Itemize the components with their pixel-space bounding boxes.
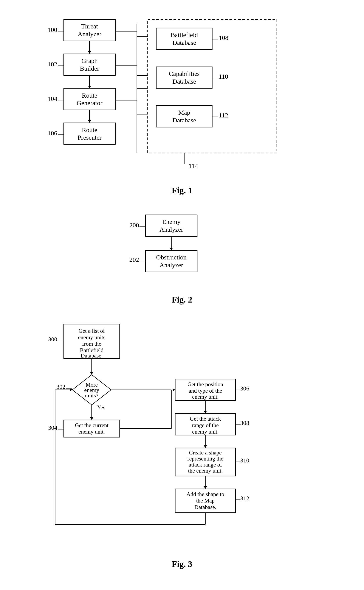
- svg-text:300: 300: [48, 336, 57, 343]
- svg-text:the Map: the Map: [196, 497, 214, 504]
- svg-text:Generator: Generator: [77, 99, 103, 107]
- svg-marker-73: [90, 372, 93, 375]
- svg-marker-115: [204, 486, 207, 489]
- svg-marker-82: [90, 417, 93, 420]
- svg-text:Map: Map: [178, 109, 190, 116]
- svg-text:attack range of: attack range of: [188, 462, 222, 468]
- figure3-svg: Get a list of enemy units from the Battl…: [42, 318, 322, 555]
- svg-marker-58: [170, 248, 173, 250]
- svg-text:enemy unit.: enemy unit.: [192, 394, 219, 400]
- figure1-diagram: Threat Analyzer 100 Graph Builder 102: [32, 13, 333, 181]
- page: Threat Analyzer 100 Graph Builder 102: [0, 0, 364, 590]
- svg-text:Get a list of: Get a list of: [78, 328, 105, 334]
- svg-text:202: 202: [129, 256, 139, 263]
- svg-text:and type of the: and type of the: [188, 388, 222, 394]
- svg-text:Add the shape to: Add the shape to: [186, 491, 224, 497]
- svg-text:Threat: Threat: [81, 23, 98, 30]
- svg-text:Graph: Graph: [81, 57, 98, 64]
- svg-text:range of the: range of the: [192, 422, 219, 428]
- figure2-container: Enemy Analyzer 200 Obstruction Analyzer …: [17, 208, 347, 305]
- svg-text:Database: Database: [172, 39, 196, 46]
- svg-rect-21: [64, 123, 115, 144]
- svg-marker-13: [88, 86, 91, 88]
- svg-text:Enemy: Enemy: [162, 218, 180, 225]
- svg-text:representing the: representing the: [187, 456, 223, 462]
- svg-text:104: 104: [48, 95, 57, 102]
- svg-text:Database: Database: [172, 117, 196, 124]
- svg-text:114: 114: [188, 162, 198, 169]
- figure1-caption: Fig. 1: [172, 185, 192, 195]
- figure3-caption: Fig. 3: [172, 559, 192, 569]
- svg-text:Analyzer: Analyzer: [160, 226, 183, 233]
- svg-text:312: 312: [240, 495, 249, 502]
- svg-text:102: 102: [48, 60, 57, 68]
- svg-text:Get the position: Get the position: [187, 381, 223, 388]
- svg-text:Obstruction: Obstruction: [156, 254, 187, 261]
- svg-text:Database.: Database.: [194, 504, 216, 510]
- svg-text:from the: from the: [82, 341, 101, 347]
- figure3-diagram: Get a list of enemy units from the Battl…: [42, 318, 322, 555]
- svg-text:Get the current: Get the current: [75, 422, 109, 428]
- svg-text:100: 100: [48, 26, 57, 33]
- svg-text:units?: units?: [85, 392, 98, 399]
- svg-text:Route: Route: [82, 92, 97, 99]
- svg-text:Capabilities: Capabilities: [169, 70, 200, 77]
- svg-text:Analyzer: Analyzer: [160, 261, 183, 268]
- svg-text:112: 112: [219, 112, 228, 119]
- svg-text:Get the attack: Get the attack: [190, 416, 221, 422]
- svg-text:308: 308: [240, 420, 249, 426]
- svg-text:Create a shape: Create a shape: [189, 449, 222, 456]
- svg-marker-6: [88, 51, 91, 54]
- svg-rect-14: [64, 88, 115, 110]
- svg-text:Database.: Database.: [81, 353, 103, 359]
- figure3-container: Get a list of enemy units from the Battl…: [17, 318, 347, 569]
- svg-text:108: 108: [219, 34, 228, 41]
- figure2-svg: Enemy Analyzer 200 Obstruction Analyzer …: [107, 208, 257, 290]
- svg-text:106: 106: [48, 129, 57, 137]
- svg-text:Builder: Builder: [80, 65, 99, 72]
- svg-text:Analyzer: Analyzer: [78, 30, 101, 38]
- figure1-container: Threat Analyzer 100 Graph Builder 102: [17, 13, 347, 195]
- svg-text:110: 110: [219, 73, 228, 80]
- svg-text:Yes: Yes: [97, 404, 105, 410]
- svg-text:302: 302: [56, 383, 65, 390]
- svg-text:Battlefield: Battlefield: [170, 31, 198, 38]
- svg-text:Database: Database: [172, 78, 196, 85]
- svg-text:enemy unit.: enemy unit.: [78, 429, 105, 435]
- svg-text:306: 306: [240, 385, 249, 392]
- figure1-svg: Threat Analyzer 100 Graph Builder 102: [32, 13, 333, 181]
- svg-text:304: 304: [48, 424, 57, 431]
- svg-marker-98: [204, 411, 207, 414]
- svg-marker-20: [88, 120, 91, 123]
- svg-text:Route: Route: [82, 126, 97, 133]
- svg-marker-90: [173, 388, 175, 391]
- figure2-diagram: Enemy Analyzer 200 Obstruction Analyzer …: [107, 208, 257, 290]
- svg-text:enemy unit.: enemy unit.: [192, 429, 219, 435]
- svg-text:310: 310: [240, 457, 249, 464]
- svg-text:Presenter: Presenter: [78, 134, 102, 141]
- figure2-caption: Fig. 2: [172, 295, 192, 305]
- svg-text:the enemy unit.: the enemy unit.: [188, 468, 223, 474]
- svg-marker-106: [204, 445, 207, 448]
- svg-text:enemy units: enemy units: [78, 334, 105, 341]
- svg-text:200: 200: [129, 221, 139, 229]
